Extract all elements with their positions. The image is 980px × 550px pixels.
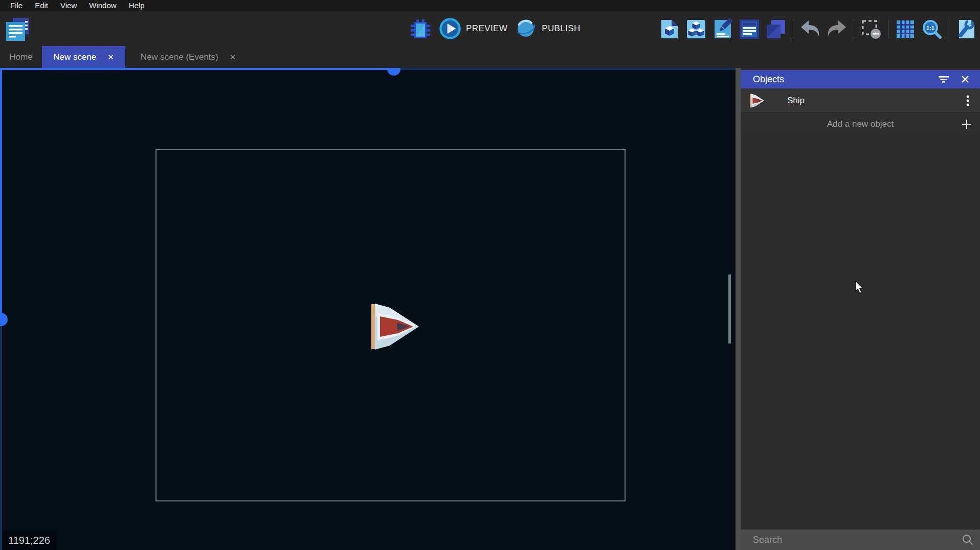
objects-panel-title: Objects [741,74,937,85]
svg-text:1:1: 1:1 [926,25,934,31]
tab-new-scene-events-label: New scene (Events) [141,52,218,62]
main-toolbar: PREVIEW PUBLISH [0,11,980,46]
search-icon [962,534,974,546]
object-menu-icon[interactable] [963,94,973,107]
vertical-scrollbar-thumb[interactable] [0,313,8,326]
menu-item-help[interactable]: Help [123,0,151,11]
tab-home-label: Home [9,52,32,62]
publish-label: PUBLISH [542,24,581,34]
debug-icon[interactable] [409,17,432,40]
right-edge-scrollbar-thumb[interactable] [728,274,731,343]
vertical-scrollbar-track[interactable] [0,319,2,550]
vertical-scrollbar[interactable] [0,68,2,319]
menu-item-view[interactable]: View [54,0,83,11]
tab-home[interactable]: Home [0,46,42,68]
tab-new-scene-label: New scene [53,52,96,62]
search-input[interactable] [741,535,962,545]
toolbar-divider [888,19,888,39]
publish-button[interactable]: PUBLISH [515,17,581,40]
object-name: Ship [787,96,963,106]
scene-tools-group: 1:1 [658,16,977,42]
menu-item-file[interactable]: File [4,0,29,11]
wrench-icon[interactable] [955,18,977,40]
objects-panel-header: Objects [741,70,980,88]
toolbar-divider [949,19,949,39]
publish-icon [515,17,537,40]
toolbar-divider [854,19,854,39]
cursor-coordinates-badge: 1191;226 [2,531,56,550]
add-new-object-button[interactable]: Add a new object [741,113,980,135]
objects-editor-icon[interactable] [658,18,681,40]
close-icon[interactable]: ✕ [230,53,236,61]
ship-sprite-instance[interactable] [369,303,420,351]
deselect-instances-icon[interactable] [860,18,882,40]
plus-icon [961,118,973,130]
horizontal-scrollbar[interactable] [0,68,389,70]
toolbar-divider [793,19,793,39]
tab-new-scene[interactable]: New scene ✕ [42,46,125,68]
redo-icon[interactable] [826,18,848,40]
objects-panel: Objects Ship Add a new object [741,68,980,550]
tab-new-scene-events[interactable]: New scene (Events) ✕ [125,46,251,68]
object-list-item-ship[interactable]: Ship [741,88,980,113]
preview-toolbar-group: PREVIEW PUBLISH [409,15,581,42]
objects-search-bar [741,530,980,550]
filter-icon[interactable] [937,73,950,86]
zoom-1-1-icon[interactable]: 1:1 [921,18,943,40]
preview-play-icon [439,17,461,40]
properties-icon[interactable] [711,18,734,40]
panel-resize-handle[interactable] [736,68,741,550]
scene-editor-canvas[interactable]: 1191;226 [0,68,736,550]
close-icon[interactable]: ✕ [107,53,114,61]
mouse-cursor [855,280,864,294]
instances-list-icon[interactable] [738,18,761,40]
ship-object-thumbnail-icon [749,94,765,108]
menu-item-window[interactable]: Window [83,0,122,11]
close-icon[interactable] [959,73,972,86]
horizontal-scrollbar-track[interactable] [389,68,736,70]
horizontal-scrollbar-thumb[interactable] [387,68,400,76]
preview-button[interactable]: PREVIEW [439,17,507,40]
preview-label: PREVIEW [466,24,507,34]
grid-icon[interactable] [894,18,917,40]
project-manager-icon[interactable] [4,16,31,43]
add-new-object-label: Add a new object [827,119,894,129]
undo-icon[interactable] [799,18,821,40]
layers-icon[interactable] [765,18,787,40]
menu-bar: File Edit View Window Help [0,0,980,11]
menu-item-edit[interactable]: Edit [29,0,54,11]
object-groups-icon[interactable] [685,18,707,40]
editor-tabs: Home New scene ✕ New scene (Events) ✕ [0,46,980,68]
